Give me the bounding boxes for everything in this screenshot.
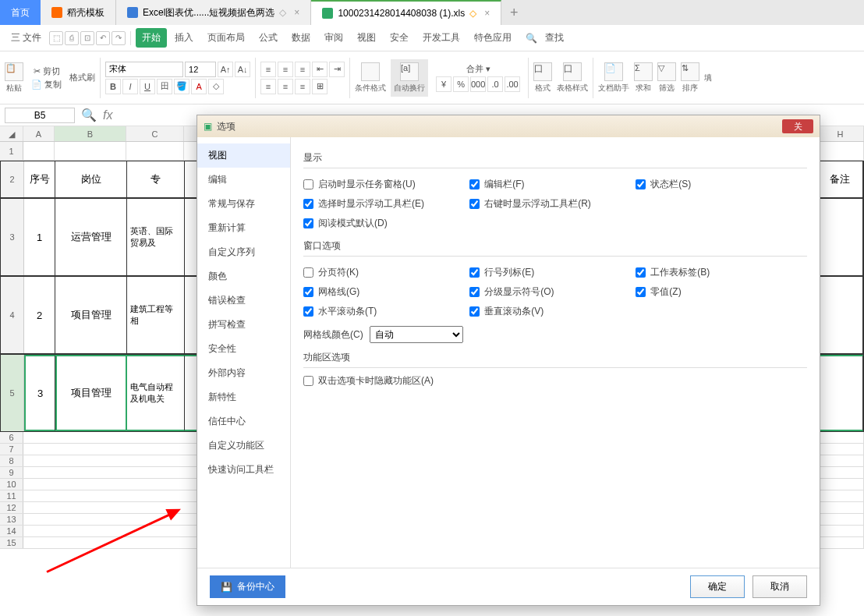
opt-formula-bar[interactable]: 编辑栏(F) bbox=[469, 178, 636, 191]
selected-cell[interactable]: 项目管理 bbox=[55, 355, 127, 431]
cell[interactable]: 2 bbox=[24, 277, 55, 353]
menu-start[interactable]: 开始 bbox=[136, 28, 167, 48]
menu-formula[interactable]: 公式 bbox=[253, 28, 284, 48]
row-header[interactable]: 9 bbox=[0, 467, 23, 478]
row-header[interactable]: 6 bbox=[0, 432, 23, 443]
menu-layout[interactable]: 页面布局 bbox=[201, 28, 251, 48]
font-color-icon[interactable]: A bbox=[191, 79, 207, 94]
sort-button[interactable]: ⇅排序 bbox=[681, 62, 699, 94]
align-bot-icon[interactable]: ≡ bbox=[295, 62, 310, 77]
menu-view[interactable]: 视图 bbox=[351, 28, 382, 48]
opt-startup-pane[interactable]: 启动时显示任务窗格(U) bbox=[303, 178, 469, 191]
col-header[interactable]: A bbox=[23, 126, 55, 141]
indent-dec-icon[interactable]: ⇤ bbox=[312, 62, 328, 77]
opt-mini-toolbar-select[interactable]: 选择时显示浮动工具栏(E) bbox=[303, 197, 469, 211]
cell[interactable]: 电气自动程及机电关 bbox=[127, 355, 185, 431]
border-icon[interactable]: 田 bbox=[157, 79, 172, 94]
sidebar-item-recalc[interactable]: 重新计算 bbox=[197, 216, 290, 240]
fx-icon[interactable]: fx bbox=[103, 108, 112, 122]
opt-zero-values[interactable]: 零值(Z) bbox=[636, 285, 802, 299]
align-right-icon[interactable]: ≡ bbox=[295, 79, 310, 94]
sum-button[interactable]: Σ求和 bbox=[634, 62, 653, 94]
tab-doc-3[interactable]: 1000231428014408038 (1).xls◇× bbox=[311, 0, 501, 25]
shrink-font-icon[interactable]: A↓ bbox=[235, 62, 250, 77]
filter-button[interactable]: ▽筛选 bbox=[657, 62, 676, 94]
row-header[interactable]: 7 bbox=[0, 444, 23, 455]
cell[interactable]: 1 bbox=[24, 199, 55, 275]
sidebar-item-edit[interactable]: 编辑 bbox=[197, 168, 290, 192]
opt-row-col-hdr[interactable]: 行号列标(E) bbox=[469, 266, 636, 279]
print-icon[interactable]: ⎙ bbox=[65, 31, 79, 45]
backup-center-button[interactable]: 💾备份中心 bbox=[210, 575, 285, 598]
sidebar-item-trust[interactable]: 信任中心 bbox=[197, 409, 290, 434]
sidebar-item-spell[interactable]: 拼写检查 bbox=[197, 313, 290, 337]
doc-assist-button[interactable]: 📄文档助手 bbox=[598, 62, 629, 94]
grow-font-icon[interactable]: A↑ bbox=[218, 62, 233, 77]
auto-wrap-button[interactable]: [a]自动换行 bbox=[391, 59, 428, 97]
sidebar-item-qat[interactable]: 快速访问工具栏 bbox=[197, 458, 290, 482]
preview-icon[interactable]: ⊡ bbox=[80, 31, 94, 45]
comma-icon[interactable]: 000 bbox=[470, 76, 486, 92]
col-header[interactable]: B bbox=[55, 126, 126, 141]
copy-button[interactable]: 📄 复制 bbox=[31, 79, 62, 90]
align-center-icon[interactable]: ≡ bbox=[278, 79, 293, 94]
fill-color-icon[interactable]: 🪣 bbox=[174, 79, 189, 94]
cell-fmt-button[interactable]: 囗格式 bbox=[533, 62, 552, 94]
row-header[interactable]: 15 bbox=[0, 537, 23, 548]
new-tab-button[interactable]: + bbox=[501, 0, 526, 25]
merge-icon[interactable]: ⊞ bbox=[312, 79, 328, 94]
clear-format-icon[interactable]: ◇ bbox=[208, 79, 224, 94]
sidebar-item-general[interactable]: 常规与保存 bbox=[197, 192, 290, 216]
row-header[interactable]: 11 bbox=[0, 490, 23, 501]
cell[interactable]: 项目管理 bbox=[55, 277, 127, 353]
opt-sheet-tabs[interactable]: 工作表标签(B) bbox=[636, 266, 802, 279]
menu-data[interactable]: 数据 bbox=[285, 28, 317, 48]
percent-icon[interactable]: % bbox=[453, 76, 469, 92]
sidebar-item-ribbon[interactable]: 自定义功能区 bbox=[197, 434, 290, 458]
opt-hscroll[interactable]: 水平滚动条(T) bbox=[303, 305, 469, 318]
cell[interactable]: 建筑工程等相 bbox=[127, 277, 185, 353]
row-header[interactable]: 10 bbox=[0, 479, 23, 490]
col-header[interactable]: C bbox=[126, 126, 184, 141]
cell[interactable]: 运营管理 bbox=[55, 199, 127, 275]
row-header[interactable]: 4 bbox=[1, 277, 24, 353]
name-box[interactable] bbox=[5, 108, 75, 123]
tab-doc-1[interactable]: 稻壳模板 bbox=[41, 0, 116, 25]
opt-mini-toolbar-right[interactable]: 右键时显示浮动工具栏(R) bbox=[469, 197, 636, 211]
sidebar-item-view[interactable]: 视图 bbox=[197, 143, 290, 168]
redo-icon[interactable]: ↷ bbox=[112, 31, 126, 45]
row-header[interactable]: 3 bbox=[1, 199, 24, 275]
menu-security[interactable]: 安全 bbox=[384, 28, 415, 48]
align-top-icon[interactable]: ≡ bbox=[260, 62, 276, 77]
row-header[interactable]: 14 bbox=[0, 526, 23, 536]
underline-icon[interactable]: U bbox=[140, 79, 155, 94]
close-icon[interactable]: × bbox=[294, 7, 299, 18]
select-all[interactable]: ◢ bbox=[0, 126, 23, 141]
opt-page-break[interactable]: 分页符(K) bbox=[303, 266, 469, 279]
tab-doc-2[interactable]: Excel图表优......短视频据色两选◇× bbox=[116, 0, 311, 25]
fill-button[interactable]: 填 bbox=[704, 73, 712, 83]
ok-button[interactable]: 确定 bbox=[690, 575, 745, 598]
font-select[interactable] bbox=[105, 62, 183, 77]
menu-special[interactable]: 特色应用 bbox=[468, 28, 518, 48]
row-header[interactable]: 12 bbox=[0, 502, 23, 513]
opt-gridlines[interactable]: 网格线(G) bbox=[303, 285, 469, 299]
row-header[interactable]: 2 bbox=[1, 161, 24, 197]
currency-icon[interactable]: ¥ bbox=[436, 76, 451, 92]
dec-dec-icon[interactable]: .00 bbox=[505, 76, 520, 92]
sidebar-item-error[interactable]: 错误检查 bbox=[197, 289, 290, 313]
close-button[interactable]: 关 bbox=[782, 119, 813, 133]
cell-style-button[interactable]: 囗表格样式 bbox=[557, 62, 588, 94]
opt-outline-symbols[interactable]: 分级显示符号(O) bbox=[469, 285, 636, 299]
close-icon[interactable]: × bbox=[484, 8, 490, 19]
cond-format-button[interactable]: 条件格式 bbox=[355, 62, 386, 94]
dialog-titlebar[interactable]: ▣ 选项 关 bbox=[197, 115, 820, 137]
cell[interactable]: 3 bbox=[24, 355, 55, 431]
align-mid-icon[interactable]: ≡ bbox=[278, 62, 293, 77]
gridline-color-select[interactable]: 自动 bbox=[370, 326, 463, 343]
menu-review[interactable]: 审阅 bbox=[318, 28, 349, 48]
bold-icon[interactable]: B bbox=[105, 79, 121, 94]
opt-status-bar[interactable]: 状态栏(S) bbox=[636, 178, 802, 191]
cell[interactable]: 英语、国际贸易及 bbox=[127, 199, 185, 275]
format-dropdown[interactable]: 合并 ▾ bbox=[466, 63, 490, 75]
